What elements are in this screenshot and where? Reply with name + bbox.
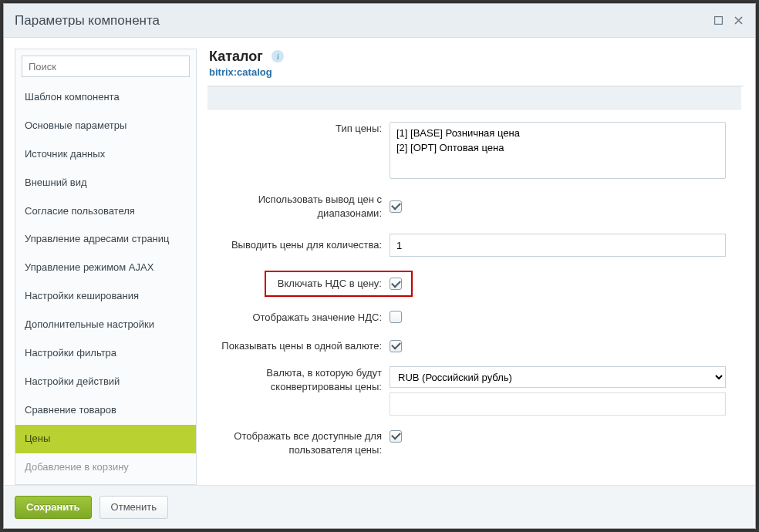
titlebar: Параметры компонента [4, 4, 755, 38]
svg-rect-0 [714, 17, 722, 25]
save-button[interactable]: Сохранить [15, 496, 92, 519]
row-convert-currency: Валюта, в которую будут сконвертированы … [207, 366, 741, 416]
label-single-currency: Показывать цены в одной валюте: [207, 339, 390, 353]
option-price-type-1[interactable]: [2] [OPT] Оптовая цена [393, 140, 722, 155]
component-title: Каталог [209, 49, 263, 65]
row-include-vat-wrap: Включать НДС в цену: [207, 271, 741, 297]
sidebar-item-template[interactable]: Шаблон компонента [15, 83, 196, 112]
dialog-body: Шаблон компонента Основные параметры Ист… [4, 38, 755, 485]
label-convert-currency: Валюта, в которую будут сконвертированы … [207, 366, 390, 393]
sidebar-item-add-to-cart[interactable]: Добавление в корзину [15, 453, 196, 482]
label-use-price-ranges: Использовать вывод цен с диапазонами: [207, 193, 390, 220]
component-code: bitrix:catalog [209, 66, 744, 78]
extra-currency-box[interactable] [390, 392, 726, 416]
sidebar-item-urls[interactable]: Управление адресами страниц [15, 225, 196, 254]
search-input[interactable] [22, 56, 190, 77]
label-price-type: Тип цены: [207, 122, 390, 136]
sidebar-nav[interactable]: Шаблон компонента Основные параметры Ист… [15, 83, 196, 484]
sidebar-item-appearance[interactable]: Внешний вид [15, 169, 196, 197]
form-area: Тип цены: [1] [BASE] Розничная цена [2] … [207, 86, 744, 485]
sidebar: Шаблон компонента Основные параметры Ист… [15, 49, 197, 485]
main-panel: Каталог i bitrix:catalog Тип цены: [1] [… [207, 49, 744, 485]
option-price-type-0[interactable]: [1] [BASE] Розничная цена [393, 126, 722, 140]
footer: Сохранить Отменить [4, 485, 755, 528]
sidebar-item-consent[interactable]: Согласие пользователя [15, 197, 196, 226]
sidebar-item-main-params[interactable]: Основные параметры [15, 112, 196, 140]
dialog-window: Параметры компонента Шаблон компонента О… [3, 3, 756, 529]
input-show-price-count[interactable] [390, 234, 726, 257]
checkbox-show-vat[interactable] [390, 311, 402, 323]
form-scroll[interactable]: Тип цены: [1] [BASE] Розничная цена [2] … [207, 86, 744, 485]
select-price-type[interactable]: [1] [BASE] Розничная цена [2] [OPT] Опто… [390, 122, 726, 179]
sidebar-item-compare[interactable]: Сравнение товаров [15, 396, 196, 425]
checkbox-single-currency[interactable] [390, 340, 402, 352]
sidebar-item-data-source[interactable]: Источник данных [15, 140, 196, 169]
select-convert-currency[interactable]: RUB (Российский рубль) [390, 366, 726, 388]
section-band [207, 86, 741, 109]
cancel-button[interactable]: Отменить [100, 496, 168, 519]
sidebar-item-additional[interactable]: Дополнительные настройки [15, 311, 196, 339]
sidebar-item-actions[interactable]: Настройки действий [15, 368, 196, 396]
sidebar-item-ajax[interactable]: Управление режимом AJAX [15, 254, 196, 282]
row-use-price-ranges: Использовать вывод цен с диапазонами: [207, 193, 741, 220]
sidebar-item-filter[interactable]: Настройки фильтра [15, 339, 196, 368]
label-show-vat: Отображать значение НДС: [207, 311, 390, 325]
sidebar-item-cache[interactable]: Настройки кеширования [15, 282, 196, 311]
checkbox-use-price-ranges[interactable] [390, 200, 402, 213]
row-price-type: Тип цены: [1] [BASE] Розничная цена [2] … [207, 122, 741, 179]
window-title: Параметры компонента [15, 13, 704, 29]
row-show-price-count: Выводить цены для количества: [207, 234, 741, 257]
close-button[interactable] [732, 15, 744, 27]
main-header: Каталог i bitrix:catalog [207, 49, 744, 86]
row-single-currency: Показывать цены в одной валюте: [207, 339, 741, 353]
row-show-all-user-prices: Отображать все доступные для пользовател… [207, 429, 741, 456]
search-wrap [15, 49, 196, 83]
row-include-vat: Включать НДС в цену: [265, 271, 413, 297]
info-icon[interactable]: i [272, 50, 284, 62]
label-show-price-count: Выводить цены для количества: [207, 238, 390, 252]
checkbox-show-all-user-prices[interactable] [390, 430, 402, 443]
checkbox-include-vat[interactable] [390, 278, 402, 290]
maximize-button[interactable] [712, 15, 724, 27]
sidebar-item-prices[interactable]: Цены [15, 425, 196, 453]
label-show-all-user-prices: Отображать все доступные для пользовател… [207, 429, 390, 456]
label-include-vat: Включать НДС в цену: [266, 277, 390, 291]
row-show-vat: Отображать значение НДС: [207, 311, 741, 325]
